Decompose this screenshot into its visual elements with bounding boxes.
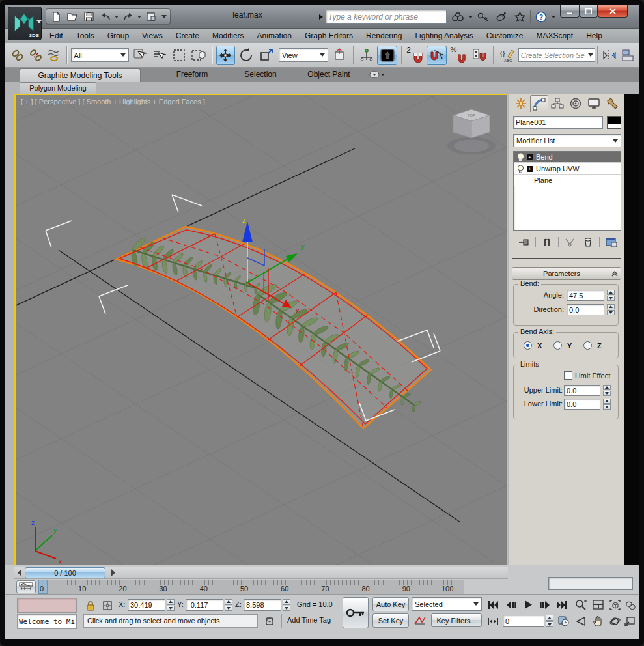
orbit-button[interactable] bbox=[607, 615, 623, 628]
undo-button[interactable] bbox=[98, 10, 112, 23]
time-slider-handle[interactable]: 0 / 100 bbox=[25, 567, 105, 578]
selection-filter-combo[interactable]: All bbox=[71, 48, 130, 62]
search-input[interactable] bbox=[326, 10, 447, 24]
unlink-selection-button[interactable] bbox=[27, 46, 44, 65]
tab-hierarchy[interactable] bbox=[548, 95, 567, 112]
pan-view-button[interactable] bbox=[590, 615, 606, 628]
parameters-rollout-header[interactable]: Parameters bbox=[512, 267, 621, 280]
zoom-extents-button[interactable] bbox=[607, 598, 623, 611]
lower-limit-field[interactable] bbox=[564, 399, 600, 410]
selection-set-key-combo[interactable]: Selected bbox=[412, 597, 482, 611]
spinner-snap-toggle-button[interactable] bbox=[470, 46, 489, 65]
select-by-name-button[interactable] bbox=[150, 46, 168, 65]
set-keys-button[interactable] bbox=[343, 597, 369, 628]
z-spinner[interactable] bbox=[283, 599, 290, 611]
axis-x-radio[interactable] bbox=[524, 341, 532, 350]
search-button-binoculars-icon[interactable] bbox=[449, 10, 466, 24]
use-pivot-point-center-button[interactable] bbox=[330, 46, 349, 65]
menu-graph-editors[interactable]: Graph Editors bbox=[305, 31, 353, 40]
next-frame-button[interactable] bbox=[538, 598, 552, 611]
select-and-rotate-button[interactable] bbox=[237, 46, 256, 65]
snaps-toggle-2d-button[interactable]: 2 bbox=[406, 46, 425, 65]
ribbon-tab-object-paint[interactable]: Object Paint bbox=[296, 70, 361, 79]
play-button[interactable] bbox=[521, 598, 535, 611]
axis-y-radio[interactable] bbox=[553, 341, 562, 350]
menu-modifiers[interactable]: Modifiers bbox=[212, 31, 244, 40]
project-folder-button[interactable] bbox=[144, 10, 159, 23]
time-configuration-button[interactable] bbox=[556, 615, 570, 628]
select-and-manipulate-button[interactable] bbox=[357, 46, 375, 65]
ribbon-tab-freeform[interactable]: Freeform bbox=[163, 70, 221, 79]
tab-create[interactable] bbox=[512, 95, 530, 112]
tab-motion[interactable] bbox=[567, 95, 585, 112]
viewport-label[interactable]: [ + ] [ Perspective ] [ Smooth + Highlig… bbox=[21, 98, 205, 105]
reference-coordinate-system-combo[interactable]: View bbox=[279, 48, 328, 62]
limit-effect-checkbox[interactable] bbox=[564, 371, 572, 380]
key-filters-button[interactable]: Key Filters... bbox=[431, 613, 482, 627]
angle-snap-toggle-button[interactable] bbox=[427, 46, 447, 65]
select-object-button[interactable] bbox=[131, 46, 148, 65]
upper-limit-field[interactable] bbox=[564, 385, 600, 396]
favorites-star-icon[interactable] bbox=[512, 10, 527, 24]
tab-display[interactable] bbox=[585, 95, 603, 112]
zoom-extents-all-button[interactable] bbox=[623, 598, 637, 611]
open-mini-curve-editor-button[interactable] bbox=[16, 580, 36, 593]
mirror-button[interactable] bbox=[602, 46, 618, 65]
edit-named-selection-sets-button[interactable]: {}ABC bbox=[497, 46, 516, 65]
menu-tools[interactable]: Tools bbox=[76, 31, 94, 40]
combo-arrow-icon[interactable] bbox=[588, 53, 593, 57]
go-to-start-button[interactable] bbox=[486, 598, 500, 611]
maximize-button[interactable] bbox=[580, 5, 598, 18]
bind-to-space-warp-button[interactable] bbox=[46, 46, 62, 65]
visibility-bulb-icon[interactable] bbox=[517, 153, 524, 162]
select-and-scale-button[interactable] bbox=[258, 46, 277, 65]
modifier-list-dropdown[interactable]: Modifier List bbox=[513, 134, 621, 147]
x-coordinate-field[interactable] bbox=[128, 599, 165, 611]
menu-lighting-analysis[interactable]: Lighting Analysis bbox=[415, 31, 473, 40]
search-dropdown-arrow-icon[interactable] bbox=[469, 16, 473, 18]
menu-views[interactable]: Views bbox=[142, 31, 163, 40]
absolute-offset-mode-toggle[interactable] bbox=[100, 598, 115, 612]
select-and-link-button[interactable] bbox=[9, 46, 25, 65]
align-button[interactable] bbox=[620, 46, 636, 65]
rectangular-selection-region-button[interactable] bbox=[170, 46, 188, 65]
lower-limit-spinner[interactable] bbox=[603, 399, 611, 410]
maximize-viewport-toggle[interactable] bbox=[623, 615, 637, 628]
field-of-view-button[interactable] bbox=[573, 615, 589, 628]
angle-field[interactable] bbox=[567, 290, 604, 301]
go-to-end-button[interactable] bbox=[555, 598, 569, 611]
set-key-button[interactable]: Set Key bbox=[372, 613, 409, 628]
redo-dropdown-arrow-icon[interactable] bbox=[137, 16, 141, 18]
menu-customize[interactable]: Customize bbox=[486, 31, 524, 40]
selection-lock-toggle[interactable] bbox=[83, 598, 98, 612]
menu-create[interactable]: Create bbox=[176, 31, 199, 40]
save-file-button[interactable] bbox=[82, 10, 96, 23]
panel-tab-polygon-modeling[interactable]: Polygon Modeling bbox=[20, 82, 96, 94]
infocenter-collapse-arrow-icon[interactable] bbox=[319, 14, 323, 20]
tab-modify[interactable] bbox=[530, 95, 548, 112]
menu-rendering[interactable]: Rendering bbox=[366, 31, 402, 40]
panel-divider[interactable] bbox=[512, 258, 621, 259]
application-button[interactable]: 3DS bbox=[8, 7, 42, 40]
time-slider-prev-key-arrow[interactable] bbox=[16, 568, 23, 578]
key-mode-toggle-button[interactable] bbox=[486, 615, 500, 628]
isolate-selection-button[interactable] bbox=[262, 614, 277, 628]
y-spinner[interactable] bbox=[225, 599, 232, 611]
time-slider-next-key-arrow[interactable] bbox=[109, 568, 116, 578]
help-icon[interactable]: ? bbox=[533, 10, 549, 24]
select-and-move-button[interactable] bbox=[216, 46, 235, 65]
viewcube[interactable]: TOP bbox=[447, 109, 496, 155]
close-button[interactable] bbox=[598, 5, 628, 18]
percent-snap-toggle-button[interactable]: % bbox=[449, 46, 468, 65]
new-scene-button[interactable] bbox=[49, 10, 63, 23]
pin-stack-button[interactable] bbox=[517, 236, 531, 249]
frame-spinner[interactable] bbox=[546, 615, 553, 627]
ribbon-tab-graphite-modeling-tools[interactable]: Graphite Modeling Tools bbox=[20, 68, 141, 82]
menu-animation[interactable]: Animation bbox=[257, 31, 292, 40]
toolbar-options-arrow-icon[interactable] bbox=[161, 15, 167, 18]
y-coordinate-field[interactable] bbox=[186, 599, 223, 611]
menu-group[interactable]: Group bbox=[107, 31, 129, 40]
zoom-all-button[interactable] bbox=[590, 598, 606, 611]
modifier-stack[interactable]: + Bend + Unwrap UVW Plane bbox=[513, 151, 621, 231]
direction-field[interactable] bbox=[567, 304, 604, 315]
